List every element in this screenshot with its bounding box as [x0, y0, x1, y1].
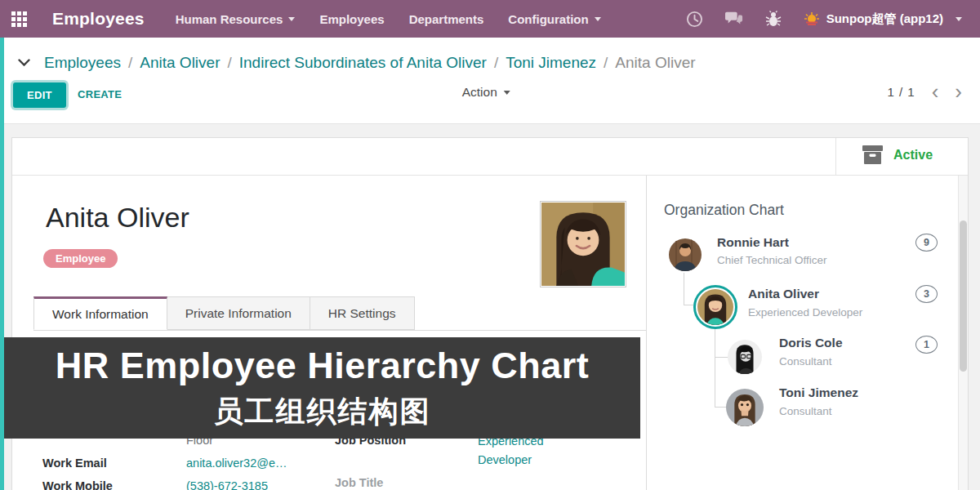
- clock-glyph: [686, 11, 703, 28]
- navbar-right: Sunpop超管 (app12): [686, 10, 980, 28]
- work-mobile-value[interactable]: (538)-672-3185: [186, 479, 268, 490]
- form-button-box: Active: [12, 138, 968, 176]
- org-entry-role: Consultant: [779, 405, 832, 417]
- action-label: Action: [462, 85, 497, 100]
- left-edge-accent: [0, 38, 4, 490]
- org-avatar-ronnie-hart[interactable]: [669, 238, 702, 271]
- menu-departments[interactable]: Departments: [409, 12, 484, 26]
- pager-previous-icon[interactable]: ‹: [932, 83, 939, 100]
- org-connector-line: [715, 329, 728, 408]
- breadcrumb-link-toni-jimenez[interactable]: Toni Jimenez: [506, 54, 596, 72]
- breadcrumb-separator: /: [128, 54, 132, 72]
- button-box-divider: [835, 138, 836, 176]
- pager-next-icon[interactable]: ›: [955, 83, 962, 100]
- scrollbar-thumb[interactable]: [960, 220, 967, 372]
- top-navbar: Employees Human Resources Employees Depa…: [0, 0, 980, 38]
- breadcrumb-current: Anita Oliver: [615, 54, 695, 72]
- org-entry-role: Consultant: [779, 355, 832, 368]
- menu-employees-label: Employees: [319, 12, 384, 26]
- menu-configuration-label: Configuration: [508, 12, 588, 26]
- work-mobile-label: Work Mobile: [42, 479, 113, 490]
- breadcrumb: Employees / Anita Oliver / Indirect Subo…: [18, 54, 696, 72]
- create-button[interactable]: CREATE: [78, 88, 122, 100]
- org-connector-line: [684, 273, 693, 305]
- job-title-label: Job Title: [335, 476, 383, 489]
- chat-glyph: [725, 11, 743, 27]
- banner-subtitle: 员工组织结构图: [214, 392, 431, 432]
- org-avatar-doris-cole[interactable]: [728, 340, 762, 374]
- chevron-down-icon: [288, 17, 295, 21]
- org-entry-name[interactable]: Doris Cole: [779, 336, 843, 350]
- chevron-down-icon: [956, 17, 962, 21]
- tab-work-information[interactable]: Work Information: [33, 296, 167, 330]
- control-panel: Employees / Anita Oliver / Indirect Subo…: [0, 38, 980, 124]
- form-tabs: Work Information Private Information HR …: [33, 296, 415, 330]
- org-subordinate-count-badge[interactable]: 9: [915, 234, 938, 252]
- user-menu[interactable]: Sunpop超管 (app12): [804, 11, 962, 27]
- apps-grid-icon[interactable]: [0, 0, 38, 38]
- bug-glyph: [765, 11, 782, 27]
- activities-clock-icon[interactable]: [686, 10, 704, 28]
- apps-grid-glyph: [11, 11, 27, 27]
- user-name: Sunpop超管 (app12): [826, 11, 943, 27]
- org-subordinate-count-badge[interactable]: 3: [915, 285, 938, 303]
- app-window: Employees Human Resources Employees Depa…: [0, 0, 980, 490]
- pager-count: 1 / 1: [887, 85, 915, 99]
- menu-employees[interactable]: Employees: [319, 12, 384, 26]
- breadcrumb-link-employees[interactable]: Employees: [44, 54, 121, 72]
- archive-box-icon: [862, 145, 884, 165]
- breadcrumb-separator: /: [227, 54, 231, 72]
- org-avatar-toni-jimenez[interactable]: [726, 389, 764, 426]
- messages-chat-icon[interactable]: [725, 10, 743, 28]
- action-dropdown[interactable]: Action: [462, 85, 510, 100]
- chevron-down-icon: [595, 17, 601, 21]
- org-entry-role: Experienced Developer: [748, 306, 862, 318]
- org-avatar-anita-oliver[interactable]: [693, 285, 737, 329]
- employee-name-title: Anita Oliver: [46, 202, 189, 234]
- banner-title: HR Employee Hierarchy Chart: [56, 345, 590, 387]
- debug-bug-icon[interactable]: [764, 10, 782, 28]
- work-email-value[interactable]: anita.oliver32@e…: [186, 457, 287, 470]
- app-title[interactable]: Employees: [52, 9, 145, 29]
- org-entry-name[interactable]: Ronnie Hart: [717, 235, 789, 250]
- navbar-left: Employees Human Resources Employees Depa…: [0, 0, 626, 38]
- overlay-banner: HR Employee Hierarchy Chart 员工组织结构图: [4, 337, 640, 439]
- org-entry-name[interactable]: Toni Jimenez: [779, 385, 858, 400]
- form-orgchart-divider: [646, 176, 647, 490]
- employee-photo-image: [541, 203, 625, 286]
- tab-hr-settings[interactable]: HR Settings: [310, 296, 415, 330]
- active-label: Active: [893, 148, 933, 163]
- employee-type-tag[interactable]: Employee: [43, 249, 118, 268]
- work-email-label: Work Email: [42, 457, 107, 470]
- menu-human-resources[interactable]: Human Resources: [176, 12, 296, 26]
- menu-departments-label: Departments: [409, 12, 484, 26]
- menu-configuration[interactable]: Configuration: [508, 12, 600, 26]
- active-archive-button[interactable]: Active: [862, 145, 933, 165]
- menu-human-resources-label: Human Resources: [176, 12, 283, 26]
- company-sun-logo: [804, 11, 820, 26]
- breadcrumb-separator: /: [494, 54, 498, 72]
- org-panel-scrollbar[interactable]: [958, 176, 968, 490]
- org-chart-title: Organization Chart: [664, 202, 784, 219]
- org-subordinate-count-badge[interactable]: 1: [915, 336, 938, 354]
- breadcrumb-link-anita-oliver[interactable]: Anita Oliver: [140, 54, 220, 72]
- tab-private-information[interactable]: Private Information: [167, 296, 310, 330]
- breadcrumb-expand-chevron-icon[interactable]: [18, 59, 30, 67]
- pager: 1 / 1 ‹ ›: [887, 83, 962, 100]
- breadcrumb-link-indirect-subordinates[interactable]: Indirect Subordinates of Anita Oliver: [239, 54, 487, 72]
- breadcrumb-separator: /: [604, 54, 608, 72]
- org-entry-name[interactable]: Anita Oliver: [748, 287, 819, 301]
- employee-photo[interactable]: [540, 201, 626, 287]
- tab-baseline-divider: [33, 330, 646, 331]
- org-entry-role: Chief Technical Officer: [717, 254, 827, 266]
- chevron-down-icon: [504, 91, 510, 95]
- edit-button[interactable]: EDIT: [13, 82, 66, 108]
